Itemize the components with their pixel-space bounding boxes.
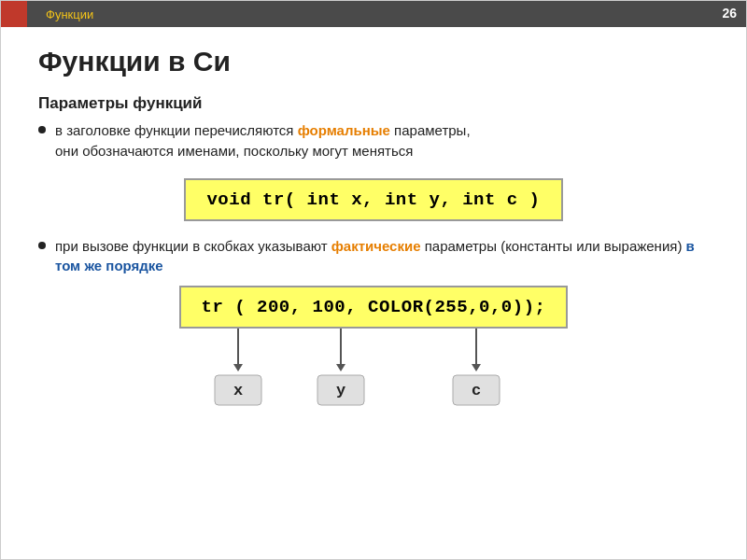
bullet1-text3: они обозначаются именами, поскольку могу… [55,143,413,159]
code-box1: void tr( int x, int y, int c ) [184,178,562,221]
bullet-dot2 [38,242,46,249]
page-title: Функции в Си [38,46,709,77]
code-box1-container: void tr( int x, int y, int c ) [38,178,709,221]
list-item2: при вызове функции в скобках указывают ф… [38,236,709,277]
bullet-list2: при вызове функции в скобках указывают ф… [38,236,709,277]
top-bar-accent [1,1,27,27]
svg-marker-1 [233,364,243,371]
list-item: в заголовке функции перечисляются формал… [38,120,709,161]
bullet-dot [38,126,46,133]
content-area: Функции в Си Параметры функций в заголов… [1,27,746,422]
bullet2-highlight: фактические [331,238,421,254]
y-label: y [336,382,345,399]
top-bar-title: Функции [46,7,93,21]
bullet2-text: при вызове функции в скобках указывают ф… [55,236,709,277]
slide-number: 26 [722,6,737,21]
code-box2: tr ( 200, 100, COLOR(255,0,0)); [179,286,569,329]
x-label: x [233,382,243,399]
bullet1-highlight: формальные [298,122,390,138]
bullet1-text2: параметры, [390,122,471,138]
bullet1-text1: в заголовке функции перечисляются [55,122,298,138]
bullet2-text1: при вызове функции в скобках указывают [55,238,331,254]
svg-marker-7 [472,364,481,371]
top-bar: Функции 26 [1,1,746,27]
svg-marker-4 [336,364,345,371]
slide: Функции 26 Функции в Си Параметры функци… [0,0,747,560]
bullet1-text: в заголовке функции перечисляются формал… [55,120,709,161]
bullet2-text2: параметры (константы или выражения) [421,238,686,254]
arrows-svg: x y c [140,329,607,413]
c-label: c [472,382,481,399]
code-box2-container: tr ( 200, 100, COLOR(255,0,0)); x y [38,286,709,413]
bullet-list: в заголовке функции перечисляются формал… [38,120,709,161]
section-title: Параметры функций [38,94,709,113]
